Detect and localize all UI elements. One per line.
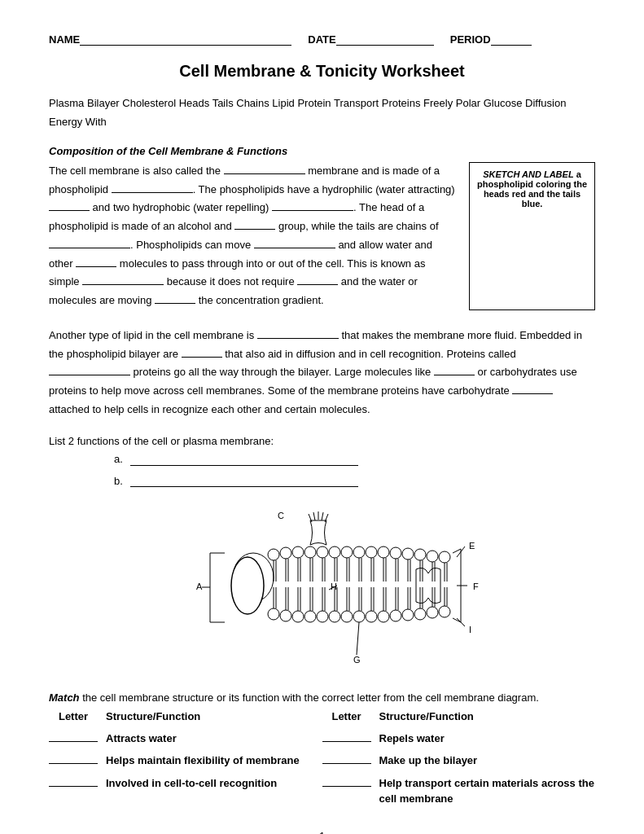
blank2[interactable] (112, 182, 193, 193)
match-right-row-3: Help transport certain materials across … (322, 775, 596, 807)
match-right-header: Letter Structure/Function (322, 710, 596, 722)
label-e: E (469, 541, 475, 551)
paragraph1: The cell membrane is also called the mem… (49, 162, 456, 310)
right-struct-header: Structure/Function (379, 710, 596, 722)
label-i: I (469, 625, 471, 634)
match-blank-3[interactable] (49, 775, 98, 787)
match-blank-4[interactable] (322, 731, 371, 742)
blank10[interactable] (297, 274, 338, 285)
diagram-container: C E F I G A B H B (49, 504, 595, 667)
match-intro: Match the cell membrane structure or its… (49, 691, 595, 704)
match-rest: the cell membrane structure or its funct… (80, 691, 539, 704)
left-letter-header: Letter (49, 710, 98, 722)
blank9[interactable] (82, 274, 164, 285)
list-item-b: b. (114, 472, 595, 491)
label-g: G (353, 655, 361, 665)
match-text-5: Make up the bilayer (379, 753, 596, 769)
blank11[interactable] (155, 292, 195, 304)
blank7[interactable] (254, 237, 335, 248)
blank16[interactable] (512, 383, 553, 394)
match-text-4: Repels water (379, 731, 596, 747)
header: NAME DATE PERIOD (49, 33, 595, 46)
match-left-header: Letter Structure/Function (49, 710, 322, 722)
blank15[interactable] (434, 364, 475, 375)
match-left-row-1: Attracts water (49, 731, 322, 747)
blank13[interactable] (182, 346, 222, 358)
period-field: PERIOD (450, 33, 532, 46)
list-intro: List 2 functions of the cell or plasma m… (49, 432, 595, 451)
label-c: C (278, 511, 284, 520)
sketch-label: SKETCH AND LABEL a phospholipid coloring… (476, 169, 588, 208)
sketch-box: SKETCH AND LABEL a phospholipid coloring… (469, 162, 595, 310)
blank4[interactable] (272, 200, 353, 211)
blank1[interactable] (224, 163, 305, 174)
cell-membrane-diagram: C E F I G A B H B (151, 504, 493, 667)
page-number: 1 (49, 830, 595, 834)
blank6[interactable] (49, 237, 130, 248)
date-label: DATE (308, 33, 335, 46)
blank12[interactable] (257, 327, 339, 339)
list-answer-b[interactable] (130, 476, 358, 487)
match-right-row-1: Repels water (322, 731, 596, 747)
list-answer-a[interactable] (130, 454, 358, 466)
list-item-a: a. (114, 450, 595, 469)
list-section: List 2 functions of the cell or plasma m… (49, 432, 595, 491)
svg-rect-0 (151, 504, 493, 667)
name-label: NAME (49, 33, 80, 46)
blank5[interactable] (234, 218, 275, 230)
match-left-col: Letter Structure/Function Attracts water… (49, 710, 322, 814)
match-blank-2[interactable] (49, 753, 98, 764)
label-a: A (196, 582, 203, 591)
period-underline[interactable] (491, 33, 532, 46)
blank14[interactable] (49, 364, 130, 375)
left-struct-header: Structure/Function (106, 710, 322, 722)
match-right-col: Letter Structure/Function Repels water M… (322, 710, 596, 814)
composition-text: The cell membrane is also called the mem… (49, 162, 456, 310)
label-f: F (473, 582, 479, 591)
match-text-3: Involved in cell-to-cell recognition (106, 775, 322, 792)
date-field: DATE (308, 33, 433, 46)
paragraph2: Another type of lipid in the cell membra… (49, 327, 595, 419)
blank8[interactable] (76, 256, 116, 267)
match-blank-1[interactable] (49, 731, 98, 742)
match-columns: Letter Structure/Function Attracts water… (49, 710, 595, 814)
name-underline[interactable] (80, 33, 291, 46)
section1-title: Composition of the Cell Membrane & Funct… (49, 145, 595, 157)
page-title: Cell Membrane & Tonicity Worksheet (49, 62, 595, 81)
match-bold: Match (49, 691, 80, 704)
match-text-2: Helps maintain flexibility of membrane (106, 753, 322, 769)
match-left-row-3: Involved in cell-to-cell recognition (49, 775, 322, 792)
match-text-6: Help transport certain materials across … (379, 775, 596, 807)
date-underline[interactable] (336, 33, 434, 46)
match-blank-5[interactable] (322, 753, 371, 764)
match-text-1: Attracts water (106, 731, 322, 747)
right-letter-header: Letter (322, 710, 371, 722)
match-right-row-2: Make up the bilayer (322, 753, 596, 769)
name-field: NAME (49, 33, 291, 46)
composition-section: The cell membrane is also called the mem… (49, 162, 595, 310)
match-left-row-2: Helps maintain flexibility of membrane (49, 753, 322, 769)
svg-point-106 (231, 557, 264, 614)
match-blank-6[interactable] (322, 775, 371, 787)
word-bank: Plasma Bilayer Cholesterol Heads Tails C… (49, 94, 595, 132)
period-label: PERIOD (450, 33, 491, 46)
blank3[interactable] (49, 200, 90, 211)
match-section: Match the cell membrane structure or its… (49, 691, 595, 814)
